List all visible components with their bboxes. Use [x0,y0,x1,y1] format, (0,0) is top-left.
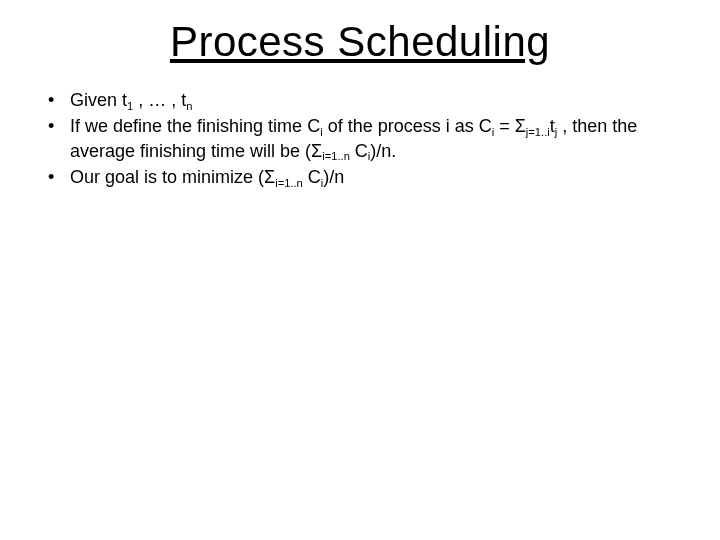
text: of the process i as C [323,116,492,136]
list-item: Our goal is to minimize (Σi=1..n Ci)/n [48,165,680,189]
list-item: If we define the finishing time Ci of th… [48,114,680,163]
text: If we define the finishing time C [70,116,320,136]
subscript: 1 [127,100,133,112]
subscript: i=1..n [275,177,303,189]
subscript: i [320,126,322,138]
subscript: i [368,150,370,162]
list-item: Given t1 , … , tn [48,88,680,112]
text: )/n. [370,141,396,161]
text: Given t [70,90,127,110]
subscript: i=1..n [322,150,350,162]
bullet-list: Given t1 , … , tn If we define the finis… [40,88,680,189]
text: C [303,167,321,187]
subscript: n [186,100,192,112]
text: t [550,116,555,136]
subscript: j [555,126,557,138]
subscript: i [492,126,494,138]
page-title: Process Scheduling [40,18,680,66]
subscript: i [321,177,323,189]
text: Our goal is to minimize (Σ [70,167,275,187]
text: = Σ [494,116,526,136]
text: , … , t [133,90,186,110]
text: )/n [323,167,344,187]
slide: Process Scheduling Given t1 , … , tn If … [0,0,720,540]
text: C [350,141,368,161]
subscript: j=1..i [526,126,550,138]
